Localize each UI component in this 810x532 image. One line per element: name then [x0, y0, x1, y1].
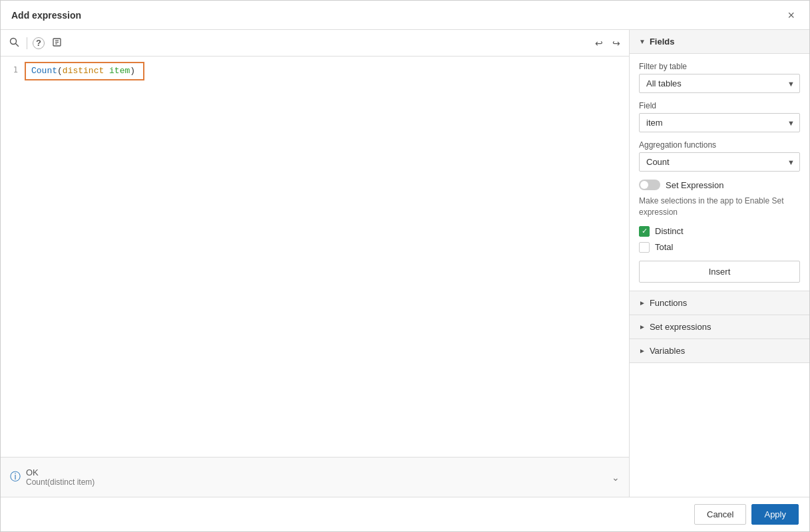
apply-button[interactable]: Apply: [751, 504, 799, 525]
redo-icon[interactable]: ↪: [610, 36, 622, 51]
set-expression-toggle[interactable]: [639, 180, 660, 190]
variables-section-header[interactable]: ► Variables: [630, 339, 809, 363]
aggregation-select[interactable]: Count: [639, 152, 800, 172]
dialog-title: Add expression: [11, 10, 81, 21]
add-expression-dialog: Add expression × ? ↩ ↪: [0, 0, 810, 532]
field-select[interactable]: item: [639, 113, 800, 132]
cancel-button[interactable]: Cancel: [694, 504, 746, 525]
status-bar: ⓘ OK Count(distinct item) ⌄: [1, 457, 629, 497]
status-stack: OK Count(distinct item): [26, 467, 95, 487]
functions-section-header[interactable]: ► Functions: [630, 291, 809, 315]
close-button[interactable]: ×: [783, 8, 799, 23]
search-icon[interactable]: [7, 35, 21, 51]
set-expressions-section-header[interactable]: ► Set expressions: [630, 315, 809, 339]
info-icon: ⓘ: [10, 470, 21, 484]
code-expression[interactable]: Count(distinct item): [25, 62, 144, 80]
svg-line-1: [16, 43, 19, 46]
code-close-paren: ): [130, 65, 135, 78]
set-expression-row: Set Expression: [639, 180, 800, 190]
distinct-checkbox[interactable]: [639, 226, 650, 237]
set-expressions-section-title: Set expressions: [650, 322, 711, 332]
dialog-header: Add expression ×: [1, 1, 809, 30]
variables-section-title: Variables: [650, 346, 685, 356]
fields-section-body: Filter by table All tables ▼ Field item …: [630, 54, 809, 291]
toolbar-divider: [27, 37, 27, 49]
field-wrapper: item ▼: [639, 113, 800, 132]
set-expressions-arrow-icon: ►: [639, 323, 646, 331]
status-expression: Count(distinct item): [26, 477, 95, 487]
functions-arrow-icon: ►: [639, 299, 646, 307]
dialog-body: ? ↩ ↪ 1 Count(distinct item): [1, 30, 809, 497]
filter-table-label: Filter by table: [639, 62, 800, 71]
toolbar-right: ↩ ↪: [593, 36, 622, 51]
right-panel: ▼ Fields Filter by table All tables ▼ Fi…: [630, 30, 809, 497]
snippet-icon[interactable]: [50, 35, 64, 51]
fields-arrow-icon: ▼: [639, 38, 646, 45]
code-open-paren: (: [57, 65, 63, 78]
filter-table-select[interactable]: All tables: [639, 74, 800, 93]
field-label: Field: [639, 101, 800, 110]
variables-arrow-icon: ►: [639, 347, 646, 354]
functions-section-title: Functions: [650, 298, 687, 308]
distinct-label: Distinct: [655, 226, 684, 236]
total-checkbox[interactable]: [639, 242, 650, 253]
editor-content[interactable]: 1 Count(distinct item): [1, 57, 629, 457]
total-label: Total: [655, 242, 673, 252]
set-expression-desc: Make selections in the app to Enable Set…: [639, 196, 800, 218]
distinct-row: Distinct: [639, 226, 800, 237]
undo-icon[interactable]: ↩: [593, 36, 605, 51]
code-space: [104, 65, 109, 78]
editor-line-1: 1 Count(distinct item): [1, 62, 629, 80]
editor-toolbar: ? ↩ ↪: [1, 30, 629, 57]
status-ok: OK: [26, 467, 95, 477]
set-expression-label: Set Expression: [666, 180, 723, 190]
fields-section-header[interactable]: ▼ Fields: [630, 30, 809, 54]
help-icon[interactable]: ?: [33, 37, 45, 49]
status-chevron-icon[interactable]: ⌄: [612, 472, 620, 483]
filter-table-wrapper: All tables ▼: [639, 74, 800, 93]
line-number: 1: [1, 62, 25, 78]
total-row: Total: [639, 242, 800, 253]
aggregation-wrapper: Count ▼: [639, 152, 800, 172]
insert-button[interactable]: Insert: [639, 261, 800, 283]
aggregation-label: Aggregation functions: [639, 140, 800, 150]
code-field: item: [109, 65, 130, 78]
code-keyword: distinct: [63, 65, 104, 78]
code-func: Count: [31, 65, 57, 78]
dialog-footer: Cancel Apply: [1, 497, 809, 531]
editor-panel: ? ↩ ↪ 1 Count(distinct item): [1, 30, 630, 497]
fields-section-title: Fields: [650, 37, 675, 47]
